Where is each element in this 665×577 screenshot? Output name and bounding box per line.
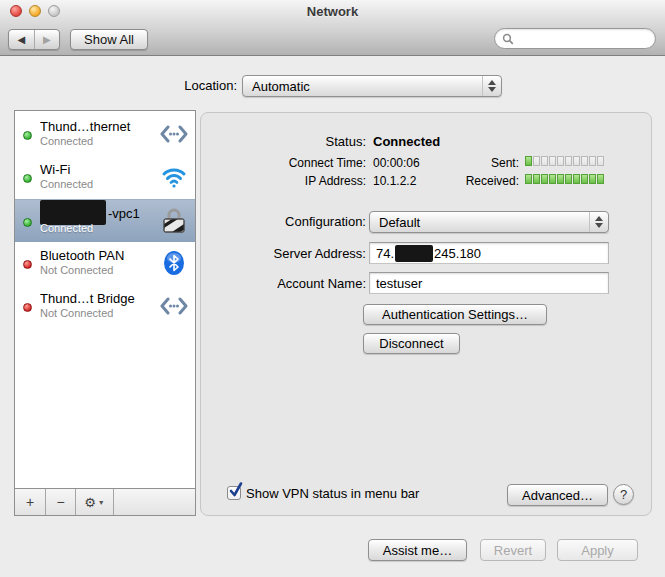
show-vpn-status-label: Show VPN status in menu bar [246, 486, 419, 501]
wifi-icon [158, 161, 190, 193]
status-dot-connected-icon [23, 218, 32, 227]
help-button[interactable]: ? [613, 484, 634, 505]
titlebar: Network ◀ ▶ Show All [0, 0, 665, 56]
advanced-button[interactable]: Advanced… [507, 484, 608, 506]
account-name-field[interactable]: testuser [369, 272, 609, 294]
configuration-value: Default [370, 215, 589, 230]
service-name: -vpc1 [40, 206, 140, 221]
received-meter [525, 174, 604, 184]
back-button[interactable]: ◀ [9, 30, 35, 49]
location-label: Location: [37, 78, 237, 93]
window-title: Network [0, 4, 665, 19]
service-name: Thund…thernet [40, 119, 130, 134]
service-status: Connected [40, 222, 140, 234]
popup-stepper-icon [589, 212, 608, 232]
disconnect-button[interactable]: Disconnect [363, 333, 460, 354]
received-label: Received: [419, 174, 519, 188]
status-label: Status: [226, 134, 366, 149]
show-all-button[interactable]: Show All [70, 29, 148, 50]
sidebar-item-thunderbolt-bridge[interactable]: Thund…t Bridge Not Connected [15, 285, 195, 328]
sent-label: Sent: [419, 156, 519, 170]
gear-icon: ⚙ [84, 495, 96, 510]
nav-back-forward: ◀ ▶ [8, 29, 60, 50]
search-input[interactable] [518, 32, 648, 46]
connect-time-value: 00:00:06 [373, 156, 420, 170]
service-status: Not Connected [40, 264, 124, 276]
forward-button[interactable]: ▶ [35, 30, 60, 49]
services-sidebar: Thund…thernet Connected Wi-Fi Connected [14, 110, 196, 516]
account-name-label: Account Name: [226, 276, 366, 291]
server-address-field[interactable]: 74.245.180 [369, 242, 609, 264]
search-icon [502, 33, 514, 45]
remove-service-button[interactable]: − [46, 489, 76, 515]
vpn-lock-icon [158, 205, 190, 237]
sidebar-item-wifi[interactable]: Wi-Fi Connected [15, 156, 195, 199]
sidebar-item-bluetooth-pan[interactable]: Bluetooth PAN Not Connected [15, 242, 195, 285]
service-status: Connected [40, 178, 93, 190]
add-service-button[interactable]: + [15, 489, 46, 515]
redaction-box [395, 245, 433, 262]
sidebar-footer-bar: + − ⚙▼ [15, 488, 195, 515]
server-address-label: Server Address: [226, 246, 366, 261]
service-name: Bluetooth PAN [40, 248, 124, 263]
apply-button[interactable]: Apply [557, 539, 638, 561]
network-preferences-window: Network ◀ ▶ Show All Location: Automatic… [0, 0, 665, 577]
status-value: Connected [373, 134, 440, 149]
authentication-settings-button[interactable]: Authentication Settings… [363, 304, 547, 325]
chevron-down-icon: ▼ [98, 499, 105, 506]
service-status: Not Connected [40, 307, 135, 319]
status-dot-disconnected-icon [23, 303, 32, 312]
configuration-label: Configuration: [226, 214, 366, 229]
sidebar-item-vpn[interactable]: -vpc1 Connected [15, 199, 195, 242]
bluetooth-icon [158, 247, 190, 279]
service-status: Connected [40, 135, 130, 147]
search-field[interactable] [494, 28, 656, 49]
ethernet-icon [158, 290, 190, 322]
status-dot-disconnected-icon [23, 260, 32, 269]
configuration-popup[interactable]: Default [369, 211, 609, 233]
location-popup[interactable]: Automatic [242, 75, 502, 97]
sent-meter [525, 156, 604, 166]
service-name: Thund…t Bridge [40, 291, 135, 306]
popup-stepper-icon [482, 76, 501, 96]
status-dot-connected-icon [23, 174, 32, 183]
vpn-detail-panel: Status: Connected Connect Time: 00:00:06… [200, 112, 652, 516]
connect-time-label: Connect Time: [226, 156, 366, 170]
ip-address-value: 10.1.2.2 [373, 174, 416, 188]
checkmark-icon [229, 482, 243, 498]
status-dot-connected-icon [23, 131, 32, 140]
ethernet-icon [158, 118, 190, 150]
sidebar-item-thunderbolt-ethernet[interactable]: Thund…thernet Connected [15, 113, 195, 156]
service-name: Wi-Fi [40, 162, 93, 177]
gear-menu-button[interactable]: ⚙▼ [76, 489, 114, 515]
location-value: Automatic [243, 79, 482, 94]
ip-address-label: IP Address: [226, 174, 366, 188]
show-vpn-status-checkbox[interactable] [227, 486, 241, 500]
assist-me-button[interactable]: Assist me… [368, 539, 467, 561]
revert-button[interactable]: Revert [480, 539, 546, 561]
